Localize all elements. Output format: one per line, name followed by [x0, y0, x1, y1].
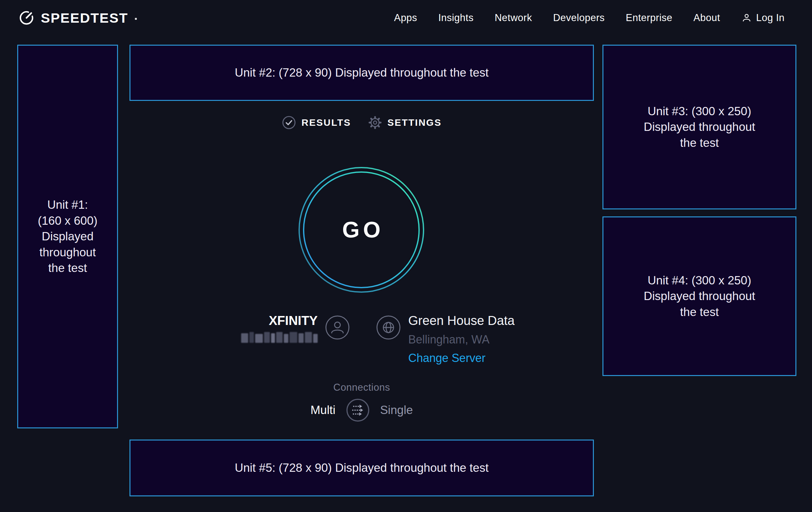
tab-settings-label: SETTINGS [387, 117, 442, 128]
speedtest-logo[interactable]: SPEEDTEST [18, 9, 137, 26]
connections-label: Connections [129, 382, 594, 393]
speedtest-page: { "nav": { "brand": "SPEEDTEST", "links"… [0, 0, 812, 512]
ad-unit-4-label: Unit #4: (300 x 250) Displayed throughou… [644, 273, 755, 320]
nav-item-developers[interactable]: Developers [553, 12, 605, 24]
isp-name: XFINITY [269, 313, 318, 328]
nav-item-apps[interactable]: Apps [394, 12, 417, 24]
server-globe-badge [376, 315, 401, 365]
login-button[interactable]: Log In [741, 12, 785, 24]
brand-name: SPEEDTEST [41, 10, 128, 26]
connections-multi-option[interactable]: Multi [311, 403, 336, 417]
ad-unit-1-label: Unit #1: (160 x 600) Displayed throughou… [38, 197, 97, 276]
connections-row: Multi Single [129, 397, 594, 424]
gauge-icon [18, 9, 35, 26]
user-icon [741, 12, 752, 23]
gear-icon [368, 115, 382, 130]
ad-unit-2-label: Unit #2: (728 x 90) Displayed throughout… [235, 65, 489, 81]
connection-info-row: XFINITY [129, 313, 594, 365]
ad-unit-3-rectangle[interactable]: Unit #3: (300 x 250) Displayed throughou… [603, 45, 796, 209]
nav-item-insights[interactable]: Insights [438, 12, 474, 24]
tab-settings[interactable]: SETTINGS [368, 115, 442, 130]
go-button[interactable]: GO [297, 166, 425, 294]
tab-results[interactable]: RESULTS [282, 115, 351, 130]
multi-connections-icon [345, 397, 371, 423]
server-location: Bellingham, WA [408, 332, 515, 347]
check-circle-icon [282, 115, 296, 130]
isp-block: XFINITY [129, 313, 362, 365]
go-label: GO [297, 166, 425, 294]
ad-unit-5-leaderboard[interactable]: Unit #5: (728 x 90) Displayed throughout… [129, 439, 594, 496]
nav-item-about[interactable]: About [693, 12, 720, 24]
connections-single-option[interactable]: Single [380, 403, 413, 417]
ad-unit-4-rectangle[interactable]: Unit #4: (300 x 250) Displayed throughou… [603, 216, 796, 376]
ad-unit-2-leaderboard[interactable]: Unit #2: (728 x 90) Displayed throughout… [129, 45, 594, 101]
ad-unit-5-label: Unit #5: (728 x 90) Displayed throughout… [235, 460, 489, 476]
connections-toggle[interactable] [345, 397, 371, 423]
login-label: Log In [756, 12, 785, 24]
isp-user-badge [325, 315, 350, 365]
trademark-mark [135, 18, 137, 20]
test-tabs: RESULTS SETTINGS [129, 112, 594, 133]
top-nav: SPEEDTEST Apps Insights Network Develope… [0, 0, 812, 36]
change-server-link[interactable]: Change Server [408, 351, 515, 365]
masked-ip-address [241, 332, 318, 343]
person-circle-icon [325, 315, 350, 340]
nav-links: Apps Insights Network Developers Enterpr… [394, 12, 785, 24]
ad-unit-3-label: Unit #3: (300 x 250) Displayed throughou… [644, 103, 755, 151]
tab-results-label: RESULTS [301, 117, 351, 128]
nav-item-enterprise[interactable]: Enterprise [626, 12, 672, 24]
ad-unit-1-skyscraper[interactable]: Unit #1: (160 x 600) Displayed throughou… [17, 45, 118, 428]
nav-item-network[interactable]: Network [495, 12, 532, 24]
server-block: Green House Data Bellingham, WA Change S… [362, 313, 594, 365]
server-name: Green House Data [408, 313, 515, 328]
globe-circle-icon [376, 315, 401, 340]
